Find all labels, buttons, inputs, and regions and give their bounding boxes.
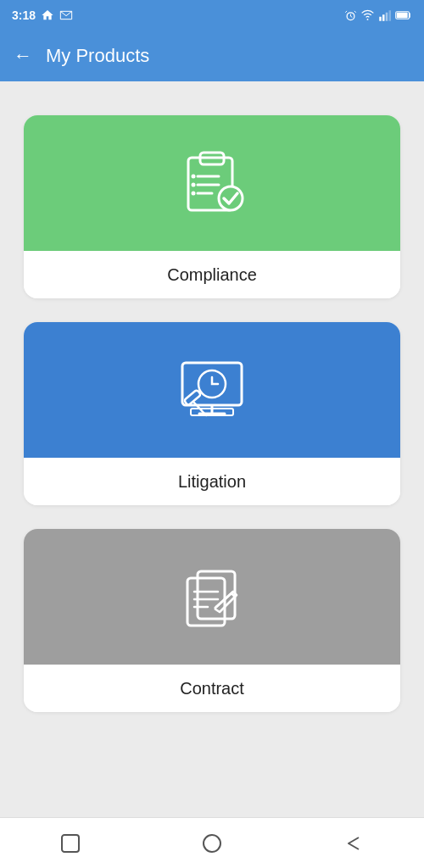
back-button[interactable]: ←: [14, 45, 32, 67]
svg-point-13: [192, 175, 196, 179]
contract-label: Contract: [180, 679, 244, 698]
litigation-icon: [165, 348, 259, 432]
contract-label-area: Contract: [24, 665, 400, 712]
nav-home-button[interactable]: [197, 828, 227, 859]
nav-back-button[interactable]: [338, 828, 369, 859]
bars-icon: [378, 9, 391, 22]
compliance-label: Compliance: [167, 265, 257, 285]
svg-point-16: [219, 186, 243, 210]
page-title: My Products: [46, 45, 149, 67]
svg-rect-5: [389, 10, 392, 21]
product-list: Compliance Litigation: [0, 81, 424, 817]
square-icon: [59, 832, 82, 855]
litigation-card[interactable]: Litigation: [24, 322, 400, 505]
svg-point-1: [367, 18, 369, 19]
home-icon: [41, 8, 54, 22]
battery-icon: [395, 10, 412, 20]
status-bar-left: 3:18: [12, 8, 73, 22]
svg-rect-2: [379, 16, 382, 20]
contract-icon-area: [24, 529, 400, 665]
compliance-icon: [170, 141, 254, 225]
status-bar-right: [344, 9, 412, 22]
litigation-label: Litigation: [178, 472, 246, 492]
bottom-nav: [0, 817, 424, 868]
svg-rect-3: [382, 14, 385, 21]
svg-rect-4: [386, 12, 388, 20]
contract-card[interactable]: Contract: [24, 529, 400, 712]
status-time: 3:18: [12, 8, 36, 22]
triangle-icon: [342, 832, 365, 855]
svg-rect-7: [397, 13, 408, 18]
gmail-icon: [59, 10, 73, 20]
alarm-icon: [344, 9, 357, 22]
svg-point-32: [204, 835, 220, 852]
compliance-icon-area: [24, 115, 400, 251]
litigation-icon-area: [24, 322, 400, 458]
nav-square-button[interactable]: [55, 828, 86, 859]
svg-point-14: [192, 183, 196, 187]
status-bar: 3:18: [0, 0, 424, 31]
signal-icon: [361, 9, 374, 22]
app-bar: ← My Products: [0, 31, 424, 81]
compliance-label-area: Compliance: [24, 251, 400, 298]
contract-icon: [165, 554, 259, 639]
compliance-card[interactable]: Compliance: [24, 115, 400, 298]
svg-rect-21: [184, 390, 201, 406]
circle-icon: [200, 832, 224, 855]
litigation-label-area: Litigation: [24, 458, 400, 505]
svg-point-15: [192, 192, 196, 196]
svg-rect-31: [62, 835, 79, 852]
